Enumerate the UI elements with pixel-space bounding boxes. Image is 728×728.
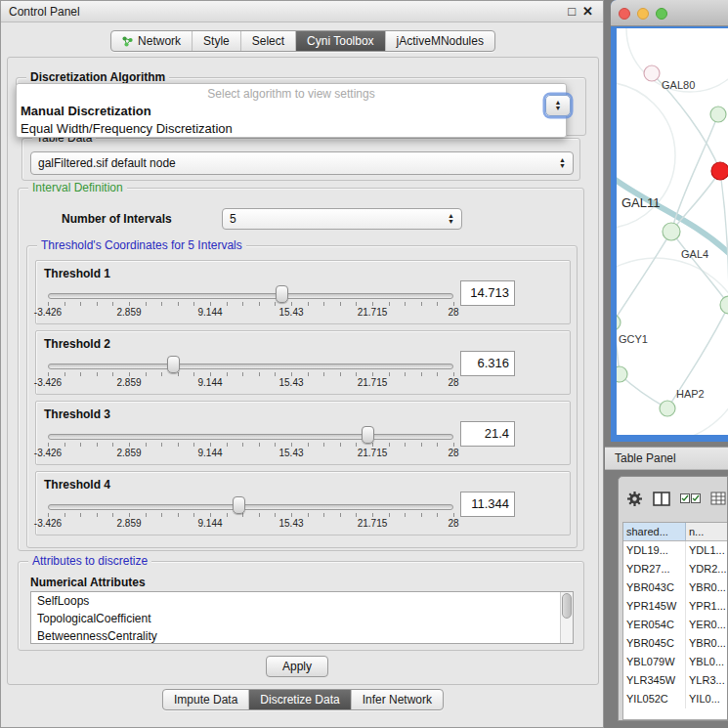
- slider-thumb[interactable]: [362, 426, 374, 444]
- network-node-highlighted[interactable]: [711, 162, 728, 180]
- table-row[interactable]: YPR145WYPR1...: [623, 597, 727, 616]
- columns-icon[interactable]: [653, 492, 670, 506]
- node-label-gal4[interactable]: GAL4: [681, 248, 708, 260]
- grid-icon[interactable]: [710, 492, 726, 505]
- threshold-slider[interactable]: -3.4262.8599.14415.4321.71528: [48, 284, 453, 321]
- control-panel-window: Control Panel □ ✕ NetworkStyleSelectCyni…: [0, 0, 604, 728]
- network-node[interactable]: [663, 223, 680, 240]
- list-scrollbar[interactable]: [560, 592, 573, 643]
- mac-zoom-button[interactable]: [656, 8, 667, 20]
- tick-label: 21.715: [358, 518, 388, 529]
- threshold-slider[interactable]: -3.4262.8599.14415.4321.71528: [48, 425, 453, 462]
- threshold-value-field[interactable]: 6.316: [460, 351, 515, 376]
- attribute-list-item[interactable]: BetweennessCentrality: [31, 627, 573, 644]
- table-header-row: shared... n...: [623, 523, 727, 541]
- network-node[interactable]: [617, 366, 627, 382]
- table-panel-title: Table Panel: [615, 451, 676, 465]
- cell-shared-name: YPR145W: [623, 597, 686, 616]
- threshold-value-field[interactable]: 11.344: [460, 492, 515, 517]
- network-view-window: GAL80 GAL11 GAL4 GCY1 HAP2: [611, 0, 728, 442]
- cell-name: YIL0...: [686, 690, 727, 708]
- tab-jactivemnodules[interactable]: jActiveMNodules: [386, 31, 494, 51]
- slider-track[interactable]: [48, 364, 453, 369]
- close-icon[interactable]: ✕: [582, 4, 593, 19]
- network-node[interactable]: [617, 315, 621, 330]
- threshold-label: Threshold 4: [44, 478, 110, 492]
- node-label-gcy1[interactable]: GCY1: [619, 333, 648, 345]
- table-row[interactable]: YIL052CYIL0...: [623, 690, 727, 708]
- table-row[interactable]: YDR27...YDR2...: [623, 560, 727, 578]
- node-label-gal80[interactable]: GAL80: [662, 79, 695, 91]
- apply-button[interactable]: Apply: [266, 656, 328, 677]
- threshold-slider[interactable]: -3.4262.8599.14415.4321.71528: [48, 495, 453, 533]
- tab-discretize-data[interactable]: Discretize Data: [249, 690, 351, 709]
- table-row[interactable]: YBR045CYBR0...: [623, 634, 727, 653]
- tab-label: Network: [138, 34, 181, 48]
- scrollbar-thumb[interactable]: [562, 593, 572, 619]
- number-of-intervals-combobox[interactable]: 5 ▲ ▼: [222, 208, 462, 230]
- arrow-down-icon: ▼: [555, 106, 562, 111]
- slider-thumb[interactable]: [167, 356, 180, 373]
- slider-thumb[interactable]: [233, 496, 245, 514]
- arrow-down-icon: ▼: [448, 219, 454, 225]
- network-node[interactable]: [720, 296, 728, 314]
- network-window-titlebar[interactable]: [611, 0, 728, 26]
- cell-name: YDL1...: [686, 541, 727, 560]
- table-data-combobox[interactable]: galFiltered.sif default node ▲ ▼: [30, 151, 574, 175]
- tick-label: -3.426: [34, 518, 62, 529]
- attribute-list-item[interactable]: TopologicalCoefficient: [31, 610, 573, 627]
- slider-thumb[interactable]: [276, 285, 288, 303]
- slider-track[interactable]: [48, 293, 453, 299]
- checkbox-pair-icon[interactable]: [680, 492, 701, 504]
- control-panel-titlebar: Control Panel □ ✕: [1, 1, 603, 22]
- spinner-arrows-icon: ▲ ▼: [555, 100, 562, 111]
- slider-tick-marks: [48, 302, 454, 306]
- cyni-toolbox-panel: Discretization Algorithm Select algorith…: [7, 57, 599, 685]
- arrow-down-icon: ▼: [559, 163, 566, 169]
- network-edge-thick: [617, 175, 728, 258]
- table-row[interactable]: YLR345WYLR3...: [623, 671, 727, 690]
- attribute-list-item[interactable]: SelfLoops: [31, 592, 573, 610]
- threshold-slider[interactable]: -3.4262.8599.14415.4321.71528: [48, 355, 453, 392]
- threshold-panel: Threshold 3 -3.4262.8599.14415.4321.7152…: [35, 401, 571, 465]
- threshold-value-field[interactable]: 14.713: [460, 280, 515, 306]
- tab-label: Impute Data: [174, 693, 237, 707]
- network-canvas[interactable]: GAL80 GAL11 GAL4 GCY1 HAP2: [617, 28, 728, 435]
- tab-cyni-toolbox[interactable]: Cyni Toolbox: [296, 31, 385, 51]
- slider-track[interactable]: [48, 434, 453, 440]
- table-row[interactable]: YER054CYER0...: [623, 616, 727, 634]
- slider-track[interactable]: [48, 504, 453, 510]
- float-window-icon[interactable]: □: [568, 4, 576, 19]
- tick-label: 28: [448, 448, 458, 458]
- tab-select[interactable]: Select: [241, 31, 296, 51]
- node-table: shared... n... YDL19...YDL1...YDR27...YD…: [622, 522, 727, 720]
- network-node[interactable]: [644, 65, 660, 81]
- algorithm-option-manual-discretization[interactable]: Manual Discretization: [17, 102, 566, 119]
- node-label-hap2[interactable]: HAP2: [676, 388, 705, 400]
- gear-icon[interactable]: [626, 491, 643, 507]
- network-node[interactable]: [660, 401, 675, 416]
- tick-label: 9.144: [197, 448, 222, 458]
- column-header-name[interactable]: n...: [686, 523, 727, 540]
- table-row[interactable]: YDL19...YDL1...: [623, 541, 727, 560]
- tab-infer-network[interactable]: Infer Network: [352, 690, 443, 709]
- table-row[interactable]: YBL079WYBL0...: [623, 653, 727, 671]
- network-node[interactable]: [710, 107, 726, 122]
- thresholds-coordinates-group: Threshold's Coordinates for 5 Intervals …: [26, 245, 578, 548]
- threshold-value-field[interactable]: 21.4: [460, 421, 515, 447]
- tick-label: 15.43: [278, 518, 303, 529]
- tab-impute-data[interactable]: Impute Data: [163, 690, 249, 709]
- tab-style[interactable]: Style: [193, 31, 241, 51]
- mac-minimize-button[interactable]: [637, 8, 649, 20]
- tab-network[interactable]: Network: [111, 31, 193, 51]
- cell-shared-name: YIL052C: [623, 690, 686, 708]
- algorithm-option-equal-width-frequency[interactable]: Equal Width/Frequency Discretization: [17, 119, 566, 137]
- attribute-items: SelfLoopsTopologicalCoefficientBetweenne…: [31, 592, 573, 644]
- node-label-gal11[interactable]: GAL11: [621, 195, 661, 210]
- mac-close-button[interactable]: [619, 8, 630, 20]
- algorithm-combo-dropdown-button[interactable]: ▲ ▼: [545, 95, 571, 116]
- column-header-shared-name[interactable]: shared...: [623, 523, 686, 540]
- interval-definition-group: Interval Definition Number of Intervals …: [18, 188, 584, 551]
- numerical-attributes-list[interactable]: SelfLoopsTopologicalCoefficientBetweenne…: [30, 591, 574, 644]
- table-row[interactable]: YBR043CYBR0...: [623, 578, 727, 597]
